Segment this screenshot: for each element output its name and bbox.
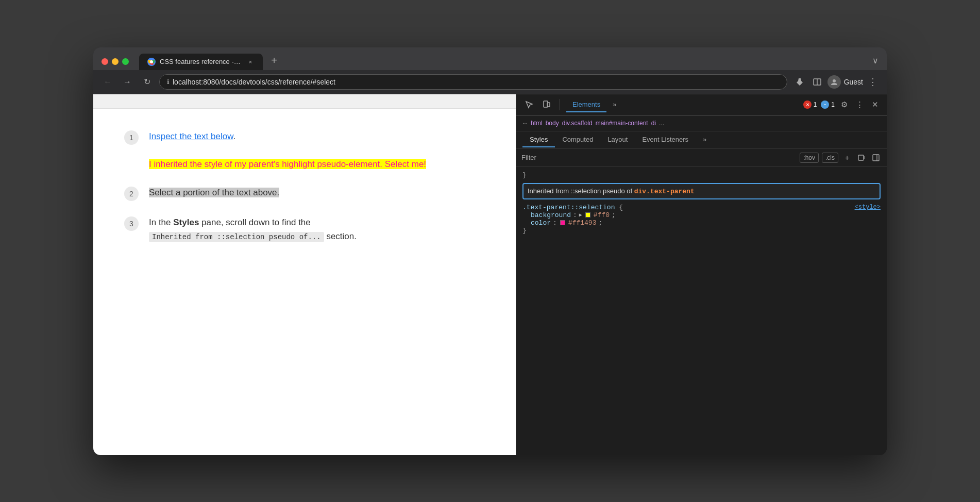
devtools-tabs: Elements » [566, 97, 799, 112]
devtools-experiments-icon[interactable] [792, 75, 807, 89]
element-picker-icon[interactable] [522, 98, 536, 111]
message-count: 1 [831, 101, 835, 108]
breadcrumb-html[interactable]: html [531, 120, 543, 127]
hov-button[interactable]: :hov [800, 153, 819, 163]
step-1-text: Inspect the text below. I inherited the … [149, 129, 485, 172]
devtools-more-icon[interactable]: ⋮ [854, 98, 866, 111]
devtools-close-button[interactable]: ✕ [870, 98, 881, 111]
add-style-rule-icon[interactable]: + [841, 152, 853, 163]
inspect-link[interactable]: Inspect the text below [149, 131, 233, 141]
inherited-selector: div.text-parent [634, 188, 695, 195]
error-badge: ✕ 1 [803, 101, 817, 109]
step-2-text: Select a portion of the text above. [149, 186, 485, 199]
css-class-selector: .text-parent [522, 204, 571, 211]
inherited-header-prefix: Inherited from ::selection pseudo of [528, 187, 634, 195]
prop-value-color: #ff1493 [568, 219, 597, 227]
color-swatch-color[interactable] [560, 220, 565, 225]
tab-computed[interactable]: Computed [555, 132, 600, 147]
breadcrumb-body[interactable]: body [546, 120, 559, 127]
breadcrumb-div-scaffold[interactable]: div.scaffold [562, 120, 593, 127]
filter-input[interactable] [540, 154, 796, 161]
svg-rect-16 [873, 155, 879, 161]
color-swatch-bg[interactable] [585, 212, 590, 217]
page-body: 1 Inspect the text below. I inherited th… [93, 109, 516, 455]
tab-more[interactable]: » [606, 97, 622, 112]
css-property-color: color : #ff1493 ; [531, 219, 881, 227]
page-top-bar [93, 94, 516, 109]
expand-triangle-icon[interactable]: ▶ [579, 212, 582, 218]
browser-menu-button[interactable]: ⋮ [866, 74, 880, 90]
back-button[interactable]: ← [100, 75, 115, 89]
close-button[interactable] [102, 58, 108, 65]
address-bar[interactable]: ℹ localhost:8080/docs/devtools/css/refer… [159, 74, 787, 90]
breadcrumb-more: ... [659, 120, 664, 127]
step-3-suffix: section. [324, 231, 357, 241]
traffic-lights [102, 58, 129, 65]
closing-brace: } [522, 227, 881, 235]
toolbar-icons: Guest ⋮ [792, 74, 880, 90]
chrome-favicon-icon [147, 58, 156, 66]
css-rule-header: <style> .text-parent::selection { [522, 204, 881, 211]
devtools-panel: Elements » ✕ 1 1 ⚙ ⋮ ✕ [516, 94, 887, 455]
address-text: localhost:8080/docs/devtools/css/referen… [173, 78, 335, 86]
tab-elements[interactable]: Elements [566, 97, 606, 112]
device-toolbar-icon[interactable] [540, 98, 553, 111]
breadcrumb-di[interactable]: di [651, 120, 656, 127]
new-tab-button[interactable]: + [267, 54, 281, 68]
prop-name-color: color [531, 219, 551, 227]
step-3-middle: pane, scroll down to find the [199, 217, 310, 227]
svg-point-5 [833, 79, 836, 82]
minimize-button[interactable] [112, 58, 119, 65]
css-rule: <style> .text-parent::selection { backgr… [522, 204, 881, 235]
maximize-button[interactable] [122, 58, 129, 65]
prop-name-background: background [531, 211, 571, 219]
tab-styles[interactable]: Styles [522, 132, 555, 147]
inherited-header: Inherited from ::selection pseudo of div… [522, 183, 881, 199]
svg-text:✕: ✕ [805, 103, 809, 107]
colon-2: : [553, 219, 557, 227]
colon-1: : [573, 211, 577, 219]
reload-button[interactable]: ↻ [140, 75, 154, 89]
css-source[interactable]: <style> [855, 204, 881, 211]
step-1-period: . [233, 131, 236, 141]
toggle-sidebar-icon[interactable] [870, 152, 882, 163]
user-profile[interactable]: Guest [827, 75, 863, 89]
breadcrumb-main[interactable]: main#main-content [596, 120, 648, 127]
tab-more-styles[interactable]: » [696, 132, 714, 147]
browser-window: CSS features reference - Chro... × + ∨ ←… [93, 47, 887, 455]
inherited-section: Inherited from ::selection pseudo of div… [522, 183, 881, 235]
new-style-rule-icon[interactable] [856, 152, 867, 163]
filter-row: Filter :hov .cls + [516, 149, 887, 167]
opening-brace: { [619, 204, 623, 211]
forward-button[interactable]: → [120, 75, 134, 89]
message-badge: 1 [821, 101, 835, 109]
highlighted-text: I inherited the style of my parent's hig… [149, 159, 426, 169]
cls-button[interactable]: .cls [822, 153, 838, 163]
tabs-area: CSS features reference - Chro... × + [139, 54, 866, 70]
tab-title: CSS features reference - Chro... [160, 58, 242, 65]
settings-icon[interactable]: ⚙ [839, 98, 850, 111]
svg-point-2 [150, 60, 153, 63]
tab-layout[interactable]: Layout [600, 132, 635, 147]
devtools-toolbar: Elements » ✕ 1 1 ⚙ ⋮ ✕ [516, 94, 887, 116]
tab-close-button[interactable]: × [246, 58, 255, 66]
active-tab[interactable]: CSS features reference - Chro... × [139, 54, 263, 70]
split-screen-icon[interactable] [810, 75, 824, 89]
semicolon-1: ; [612, 211, 616, 219]
code-snippet: Inherited from ::selection pseudo of... [149, 232, 324, 242]
list-item: 2 Select a portion of the text above. [124, 186, 485, 201]
list-item: 3 In the Styles pane, scroll down to fin… [124, 215, 485, 243]
svg-rect-7 [547, 103, 550, 107]
user-label: Guest [844, 78, 863, 86]
address-bar-row: ← → ↻ ℹ localhost:8080/docs/devtools/css… [93, 70, 887, 94]
instruction-list: 1 Inspect the text below. I inherited th… [124, 129, 485, 244]
tab-event-listeners[interactable]: Event Listeners [635, 132, 696, 147]
css-selector: .text-parent::selection [522, 204, 619, 211]
step-number-1: 1 [124, 130, 139, 145]
lock-icon: ℹ [167, 78, 170, 86]
step-number-3: 3 [124, 216, 139, 231]
styles-tabs: Styles Computed Layout Event Listeners » [516, 131, 887, 149]
closing-brace-top: } [522, 171, 881, 179]
selectable-text[interactable]: Select a portion of the text above. [149, 188, 279, 197]
title-bar: CSS features reference - Chro... × + ∨ [93, 47, 887, 70]
